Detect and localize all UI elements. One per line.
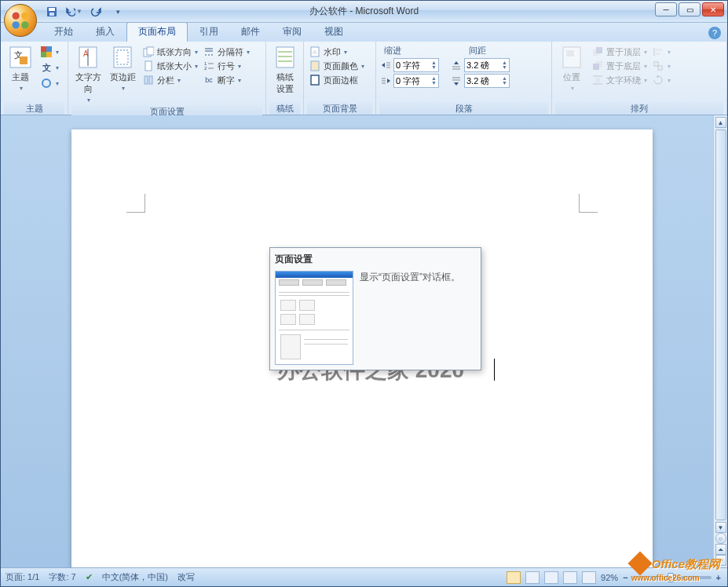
redo-button[interactable] bbox=[87, 3, 104, 20]
page-color-button[interactable]: 页面颜色▾ bbox=[307, 59, 366, 73]
titlebar: ▼ ▾ 办公软件 - Microsoft Word ─ ▭ ✕ bbox=[1, 1, 727, 23]
svg-point-14 bbox=[42, 79, 50, 87]
group-theme: 文 主题▾ ▾ 文▾ ▾ 主题 bbox=[1, 42, 68, 115]
tab-review[interactable]: 审阅 bbox=[272, 23, 313, 42]
close-button[interactable]: ✕ bbox=[702, 2, 724, 16]
tab-mail[interactable]: 邮件 bbox=[230, 23, 271, 42]
indent-right-input[interactable]: 0 字符▲▼ bbox=[393, 74, 439, 88]
indent-left-input[interactable]: 0 字符▲▼ bbox=[393, 58, 439, 72]
group-label-theme: 主题 bbox=[4, 102, 64, 115]
zoom-handle[interactable] bbox=[668, 573, 674, 582]
scroll-thumb[interactable] bbox=[715, 129, 726, 520]
page-border-button[interactable]: 页面边框 bbox=[307, 73, 366, 87]
group-paragraph: 缩进 间距 0 字符▲▼ 3.2 磅▲▼ 0 字符▲▼ 3.2 磅▲▼ bbox=[376, 42, 552, 115]
view-web-layout[interactable] bbox=[544, 571, 558, 584]
view-draft[interactable] bbox=[582, 571, 596, 584]
save-button[interactable] bbox=[43, 3, 60, 20]
theme-fonts-button[interactable]: 文▾ bbox=[38, 60, 60, 75]
line-numbers-button[interactable]: 12行号▾ bbox=[201, 59, 251, 73]
rotate-button: ▾ bbox=[650, 73, 672, 87]
svg-rect-60 bbox=[656, 49, 662, 51]
tab-page-layout[interactable]: 页面布局 bbox=[126, 22, 188, 42]
svg-rect-39 bbox=[311, 75, 319, 85]
svg-rect-6 bbox=[49, 13, 54, 16]
svg-rect-5 bbox=[49, 8, 55, 11]
svg-rect-32 bbox=[276, 47, 294, 67]
undo-button[interactable]: ▼ bbox=[65, 3, 82, 20]
svg-rect-63 bbox=[658, 66, 662, 70]
svg-rect-24 bbox=[149, 76, 152, 84]
themes-button[interactable]: 文 主题▾ bbox=[4, 43, 37, 93]
svg-rect-51 bbox=[566, 50, 574, 57]
view-full-screen[interactable] bbox=[525, 571, 540, 584]
watermark-button[interactable]: A水印▾ bbox=[307, 45, 366, 59]
indent-left-icon bbox=[379, 59, 392, 71]
hyphenation-button[interactable]: bc断字▾ bbox=[201, 73, 251, 87]
app-window: ▼ ▾ 办公软件 - Microsoft Word ─ ▭ ✕ 开始 插入 页面… bbox=[0, 0, 728, 587]
margin-mark bbox=[126, 194, 145, 213]
orientation-button[interactable]: 纸张方向▾ bbox=[141, 45, 199, 59]
group-page-setup: A 文字方向▾ 页边距▾ 纸张方向▾ 纸张大小▾ 分栏▾ 分隔符▾ 12行号▾ … bbox=[68, 42, 266, 115]
text-wrap-button: 文字环绕▾ bbox=[590, 73, 649, 87]
send-back-button: 置于底层▾ bbox=[590, 59, 649, 73]
tab-view[interactable]: 视图 bbox=[313, 23, 354, 42]
theme-effects-button[interactable]: ▾ bbox=[38, 76, 60, 90]
window-controls: ─ ▭ ✕ bbox=[655, 2, 724, 16]
zoom-in-button[interactable]: + bbox=[716, 573, 721, 582]
svg-rect-38 bbox=[311, 61, 319, 71]
browse-object-button[interactable]: ○ bbox=[715, 533, 726, 544]
theme-colors-button[interactable]: ▾ bbox=[38, 45, 60, 59]
status-proofing-icon[interactable]: ✔ bbox=[86, 572, 93, 582]
position-button: 位置▾ bbox=[555, 43, 588, 93]
minimize-button[interactable]: ─ bbox=[655, 2, 677, 16]
indent-label: 缩进 bbox=[384, 45, 401, 57]
tab-references[interactable]: 引用 bbox=[188, 23, 229, 42]
ribbon: 文 主题▾ ▾ 文▾ ▾ 主题 A 文字方向▾ 页边距▾ bbox=[1, 42, 727, 115]
tab-insert[interactable]: 插入 bbox=[85, 23, 126, 42]
status-page[interactable]: 页面: 1/1 bbox=[5, 571, 39, 583]
tab-home[interactable]: 开始 bbox=[43, 23, 84, 42]
status-words[interactable]: 字数: 7 bbox=[49, 571, 75, 583]
tooltip-text: 显示“页面设置”对话框。 bbox=[360, 271, 460, 365]
view-outline[interactable] bbox=[563, 571, 577, 584]
spacing-label: 间距 bbox=[469, 45, 486, 57]
text-direction-button[interactable]: A 文字方向▾ bbox=[71, 43, 104, 105]
group-label-manuscript: 稿纸 bbox=[269, 102, 300, 115]
manuscript-button[interactable]: 稿纸 设置 bbox=[269, 43, 300, 97]
office-button[interactable] bbox=[4, 4, 37, 37]
spacing-before-input[interactable]: 3.2 磅▲▼ bbox=[464, 58, 510, 72]
status-language[interactable]: 中文(简体，中国) bbox=[102, 571, 168, 583]
spacing-after-input[interactable]: 3.2 磅▲▼ bbox=[464, 74, 510, 88]
svg-rect-62 bbox=[654, 62, 658, 66]
svg-point-1 bbox=[21, 13, 28, 20]
tooltip-title: 页面设置 bbox=[275, 253, 476, 266]
svg-text:2: 2 bbox=[204, 66, 207, 71]
svg-rect-13 bbox=[46, 52, 52, 57]
svg-rect-21 bbox=[147, 47, 154, 55]
zoom-level[interactable]: 92% bbox=[601, 573, 618, 582]
group-background: A水印▾ 页面颜色▾ 页面边框 页面背景 bbox=[304, 42, 376, 115]
size-button[interactable]: 纸张大小▾ bbox=[141, 59, 199, 73]
status-mode[interactable]: 改写 bbox=[177, 571, 195, 583]
qat-customize[interactable]: ▾ bbox=[109, 3, 126, 20]
columns-button[interactable]: 分栏▾ bbox=[141, 73, 199, 87]
svg-rect-61 bbox=[656, 53, 660, 55]
scroll-up-button[interactable]: ▲ bbox=[715, 117, 726, 128]
view-print-layout[interactable] bbox=[507, 571, 521, 584]
scroll-down-button[interactable]: ▼ bbox=[715, 522, 726, 533]
group-label-arrange: 排列 bbox=[555, 102, 723, 115]
help-button[interactable]: ? bbox=[708, 27, 721, 39]
group-arrange: 位置▾ 置于顶层▾ 置于底层▾ 文字环绕▾ ▾ ▾ ▾ 排列 bbox=[552, 42, 727, 115]
maximize-button[interactable]: ▭ bbox=[679, 2, 701, 16]
indent-right-icon bbox=[379, 75, 392, 87]
svg-rect-50 bbox=[563, 47, 580, 67]
zoom-out-button[interactable]: − bbox=[623, 573, 627, 582]
group-manuscript: 稿纸 设置 稿纸 bbox=[266, 42, 304, 115]
vertical-scrollbar[interactable]: ▲ ▼ ○ ⏶ ⏷ bbox=[713, 115, 727, 567]
zoom-slider[interactable] bbox=[633, 576, 712, 579]
margins-button[interactable]: 页边距▾ bbox=[106, 43, 139, 93]
breaks-button[interactable]: 分隔符▾ bbox=[201, 45, 251, 59]
next-page-button[interactable]: ⏷ bbox=[715, 555, 726, 566]
svg-rect-23 bbox=[145, 76, 148, 84]
prev-page-button[interactable]: ⏶ bbox=[715, 544, 726, 555]
